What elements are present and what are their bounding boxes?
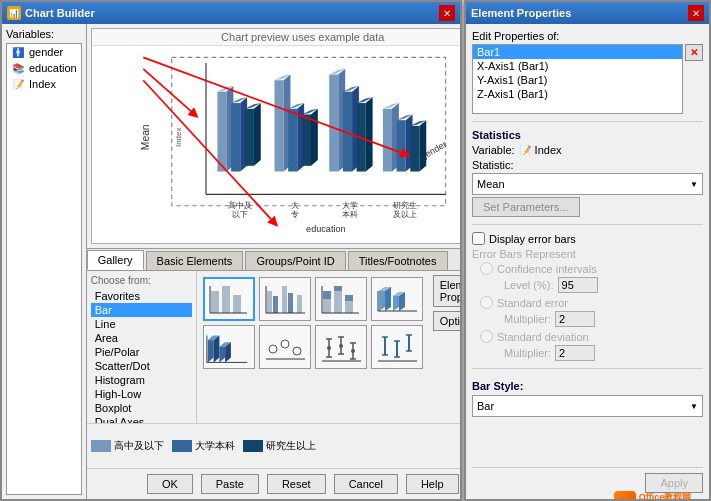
chart-svg: Mean Index xyxy=(92,46,460,240)
cancel-button[interactable]: Cancel xyxy=(334,474,398,494)
element-properties-button[interactable]: Element Properties... xyxy=(433,275,460,307)
tab-titles-footnotes[interactable]: Titles/Footnotes xyxy=(348,251,448,270)
element-properties-close-button[interactable]: ✕ xyxy=(688,5,704,21)
variable-item-gender[interactable]: 🚹 gender xyxy=(7,44,81,60)
standard-error-multiplier-input[interactable] xyxy=(555,311,595,327)
variables-label: Variables: xyxy=(6,28,82,40)
standard-deviation-radio[interactable] xyxy=(480,330,493,343)
svg-text:大: 大 xyxy=(291,201,299,210)
svg-text:大学: 大学 xyxy=(342,201,358,210)
gender-icon: 🚹 xyxy=(11,46,25,58)
edit-properties-listbox: Bar1 X-Axis1 (Bar1) Y-Axis1 (Bar1) Z-Axi… xyxy=(472,44,683,114)
legend-label-1: 高中及以下 xyxy=(114,439,164,453)
statistic-label: Statistic: xyxy=(472,159,514,171)
legend-item-2: 大学本科 xyxy=(172,439,235,453)
chart-builder-close-button[interactable]: ✕ xyxy=(439,5,455,21)
tab-gallery[interactable]: Gallery xyxy=(87,250,144,270)
chart-type-pie-polar[interactable]: Pie/Polar xyxy=(91,345,192,359)
chart-canvas: Mean Index xyxy=(92,46,460,240)
legend-label-3: 研究生以上 xyxy=(266,439,316,453)
chart-type-line[interactable]: Line xyxy=(91,317,192,331)
standard-error-row: Standard error xyxy=(480,296,703,309)
chart-type-bar[interactable]: Bar xyxy=(91,303,192,317)
listbox-item-z-axis1[interactable]: Z-Axis1 (Bar1) xyxy=(473,87,682,101)
gallery-item-simple-bar[interactable] xyxy=(203,277,255,321)
standard-error-radio[interactable] xyxy=(480,296,493,309)
error-bars-section: Display error bars Error Bars Represent … xyxy=(472,232,703,361)
standard-deviation-multiplier-input[interactable] xyxy=(555,345,595,361)
gallery-item-error-bar[interactable] xyxy=(315,325,367,369)
confidence-intervals-radio[interactable] xyxy=(480,262,493,275)
listbox-item-x-axis1[interactable]: X-Axis1 (Bar1) xyxy=(473,59,682,73)
element-properties-window: Element Properties ✕ Edit Properties of:… xyxy=(464,0,711,501)
display-error-bars-checkbox[interactable] xyxy=(472,232,485,245)
variable-index-label: Index xyxy=(29,78,56,90)
set-parameters-button[interactable]: Set Parameters... xyxy=(472,197,580,217)
gallery-item-3d-clustered[interactable] xyxy=(203,325,255,369)
gallery-item-3d-bar[interactable] xyxy=(371,277,423,321)
svg-rect-71 xyxy=(345,295,353,301)
standard-deviation-label: Standard deviation xyxy=(497,331,589,343)
statistic-dropdown[interactable]: Mean ▼ xyxy=(472,173,703,195)
statistics-variable-label: Variable: xyxy=(472,144,515,156)
chart-type-favorites[interactable]: Favorites xyxy=(91,289,192,303)
svg-rect-54 xyxy=(211,291,219,313)
svg-rect-67 xyxy=(323,291,331,299)
bar-style-dropdown[interactable]: Bar ▼ xyxy=(472,395,703,417)
index-icon: 📝 xyxy=(11,78,25,90)
action-buttons-col: Element Properties... Options... xyxy=(429,271,460,423)
svg-text:以下: 以下 xyxy=(232,210,248,219)
svg-text:education: education xyxy=(306,224,346,234)
confidence-intervals-row: Confidence intervals xyxy=(480,262,703,275)
confidence-level-input[interactable] xyxy=(558,277,598,293)
gallery-item-clustered-bar[interactable] xyxy=(259,277,311,321)
chart-builder-title: Chart Builder xyxy=(25,7,95,19)
chart-type-boxplot[interactable]: Boxplot xyxy=(91,401,192,415)
ok-button[interactable]: OK xyxy=(147,474,193,494)
svg-marker-20 xyxy=(302,114,311,165)
gallery-row-1 xyxy=(203,277,423,321)
gallery-item-dot-plot[interactable] xyxy=(259,325,311,369)
svg-rect-62 xyxy=(288,293,293,313)
gallery-item-3d-error[interactable] xyxy=(371,325,423,369)
help-button[interactable]: Help xyxy=(406,474,459,494)
svg-point-105 xyxy=(351,349,355,353)
svg-rect-55 xyxy=(222,286,230,313)
apply-button[interactable]: Apply xyxy=(645,473,703,493)
svg-marker-38 xyxy=(410,126,419,172)
chart-type-high-low[interactable]: High-Low xyxy=(91,387,192,401)
variable-education-label: education xyxy=(29,62,77,74)
listbox-item-y-axis1[interactable]: Y-Axis1 (Bar1) xyxy=(473,73,682,87)
svg-marker-39 xyxy=(419,120,426,171)
legend-color-1 xyxy=(91,440,111,452)
edit-properties-section: Edit Properties of: Bar1 X-Axis1 (Bar1) … xyxy=(472,30,703,114)
chart-type-dual-axes[interactable]: Dual Axes xyxy=(91,415,192,423)
tab-basic-elements[interactable]: Basic Elements xyxy=(146,251,244,270)
chart-builder-window: 📊 Chart Builder ✕ Variables: 🚹 gender 📚 … xyxy=(0,0,462,501)
svg-point-91 xyxy=(281,340,289,348)
chart-type-histogram[interactable]: Histogram xyxy=(91,373,192,387)
edit-properties-label: Edit Properties of: xyxy=(472,30,559,42)
variable-item-index[interactable]: 📝 Index xyxy=(7,76,81,92)
listbox-item-bar1[interactable]: Bar1 xyxy=(473,45,682,59)
paste-button[interactable]: Paste xyxy=(201,474,259,494)
watermark-icon: O xyxy=(614,491,636,499)
legend-color-2 xyxy=(172,440,192,452)
remove-element-button[interactable]: ✕ xyxy=(685,44,703,61)
chart-type-area[interactable]: Area xyxy=(91,331,192,345)
confidence-level-label: Level (%): xyxy=(504,279,554,291)
chart-preview-label: Chart preview uses example data xyxy=(92,29,460,46)
variable-item-education[interactable]: 📚 education xyxy=(7,60,81,76)
element-properties-title: Element Properties xyxy=(471,7,571,19)
svg-marker-76 xyxy=(385,287,391,311)
options-button[interactable]: Options... xyxy=(433,311,460,331)
watermark: O Office教程网 www.office26.com xyxy=(614,491,703,499)
svg-text:专: 专 xyxy=(291,210,299,219)
gallery-item-stacked-bar[interactable] xyxy=(315,277,367,321)
ep-content: Edit Properties of: Bar1 X-Axis1 (Bar1) … xyxy=(466,24,709,499)
chart-type-scatter-dot[interactable]: Scatter/Dot xyxy=(91,359,192,373)
reset-button[interactable]: Reset xyxy=(267,474,326,494)
svg-rect-61 xyxy=(282,286,287,313)
svg-marker-30 xyxy=(365,97,372,171)
tab-groups-point-id[interactable]: Groups/Point ID xyxy=(245,251,345,270)
